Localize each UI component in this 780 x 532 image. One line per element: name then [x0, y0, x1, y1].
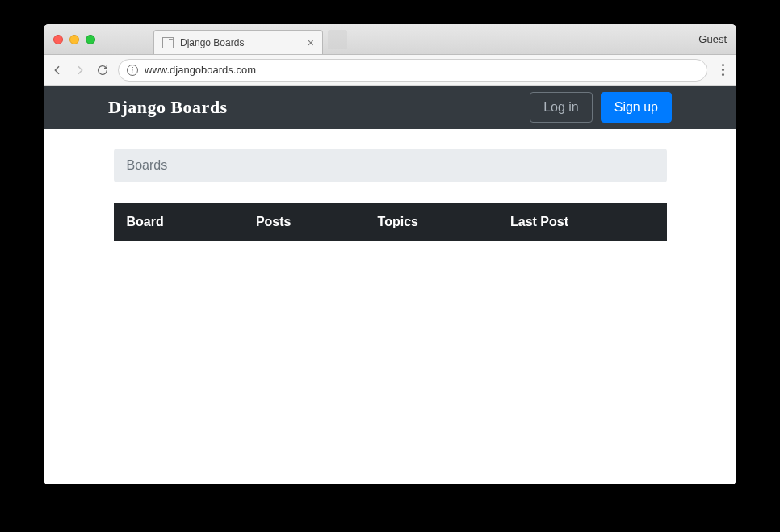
breadcrumb: Boards [114, 149, 667, 182]
col-posts: Posts [246, 203, 368, 241]
forward-icon[interactable] [73, 63, 87, 77]
table-header: Board Posts Topics Last Post [114, 203, 667, 241]
browser-menu-icon[interactable] [715, 64, 730, 76]
address-bar[interactable]: i www.djangoboards.com [118, 59, 707, 82]
back-icon[interactable] [50, 63, 65, 77]
signup-button[interactable]: Sign up [601, 92, 672, 123]
minimize-window-icon[interactable] [69, 35, 79, 44]
browser-window: Django Boards × Guest i www.djangoboards… [44, 24, 736, 484]
reload-icon[interactable] [95, 63, 110, 77]
window-controls [44, 35, 95, 44]
tab-title: Django Boards [180, 37, 244, 48]
profile-label[interactable]: Guest [698, 33, 727, 45]
close-window-icon[interactable] [53, 35, 63, 44]
new-tab-button[interactable] [328, 30, 347, 49]
tab-strip: Django Boards × [153, 24, 347, 54]
col-last-post: Last Post [501, 203, 667, 241]
nav-actions: Log in Sign up [530, 92, 672, 123]
col-board: Board [114, 203, 246, 241]
login-button[interactable]: Log in [530, 92, 593, 123]
col-topics: Topics [368, 203, 501, 241]
maximize-window-icon[interactable] [86, 35, 95, 44]
main-container: Boards Board Posts Topics Last Post [106, 149, 675, 241]
window-titlebar: Django Boards × Guest [44, 24, 736, 55]
site-info-icon[interactable]: i [127, 65, 138, 76]
site-navbar: Django Boards Log in Sign up [44, 86, 736, 129]
close-tab-icon[interactable]: × [308, 37, 314, 48]
brand-logo[interactable]: Django Boards [108, 97, 228, 118]
browser-toolbar: i www.djangoboards.com [44, 55, 736, 86]
page-viewport: Django Boards Log in Sign up Boards Boar… [44, 86, 736, 484]
browser-tab[interactable]: Django Boards × [153, 30, 323, 54]
document-icon [162, 37, 174, 48]
boards-table: Board Posts Topics Last Post [114, 203, 667, 241]
breadcrumb-item[interactable]: Boards [127, 158, 168, 172]
url-text: www.djangoboards.com [145, 64, 256, 76]
